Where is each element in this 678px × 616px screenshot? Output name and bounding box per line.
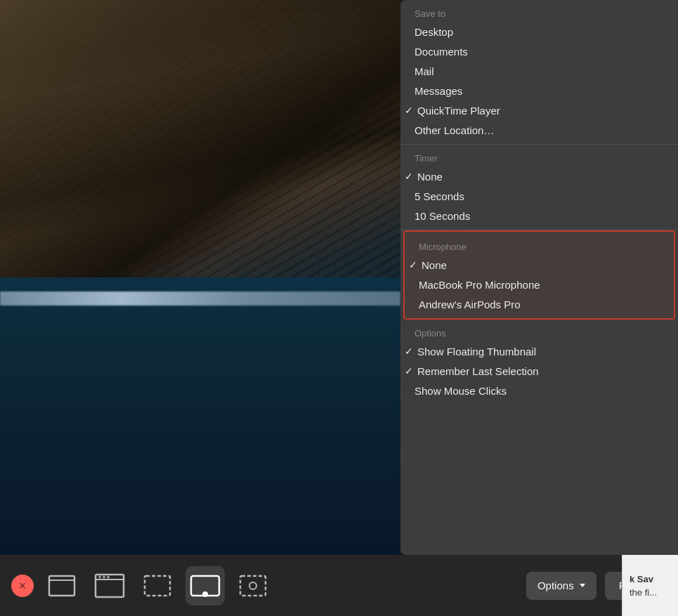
svg-point-6 bbox=[107, 575, 110, 578]
capture-screen-record-btn[interactable] bbox=[185, 566, 225, 605]
save-to-messages[interactable]: Messages bbox=[400, 81, 678, 100]
capture-region-btn[interactable] bbox=[138, 566, 177, 605]
microphone-macbook[interactable]: MacBook Pro Microphone bbox=[405, 275, 674, 294]
partial-save-text: k Sav bbox=[630, 574, 671, 584]
svg-point-4 bbox=[98, 575, 101, 578]
checkmark-icon: ✓ bbox=[405, 365, 413, 376]
svg-point-11 bbox=[249, 582, 256, 589]
capture-window-titlebar-btn[interactable] bbox=[90, 566, 129, 605]
option-remember-selection[interactable]: ✓ Remember Last Selection bbox=[400, 361, 678, 381]
save-to-documents[interactable]: Documents bbox=[400, 41, 678, 61]
dropdown-menu: Save to Desktop Documents Mail Messages … bbox=[400, 0, 678, 555]
save-to-quicktime[interactable]: ✓ QuickTime Player bbox=[400, 100, 678, 120]
options-button[interactable]: Options bbox=[526, 572, 596, 600]
save-to-mail[interactable]: Mail bbox=[400, 61, 678, 81]
microphone-airpods[interactable]: Andrew's AirPods Pro bbox=[405, 294, 674, 314]
close-button[interactable] bbox=[11, 575, 34, 597]
checkmark-icon: ✓ bbox=[405, 346, 413, 357]
svg-rect-0 bbox=[49, 576, 74, 596]
chevron-down-icon bbox=[580, 584, 585, 587]
save-to-other[interactable]: Other Location… bbox=[400, 120, 678, 140]
timer-header: Timer bbox=[400, 149, 678, 166]
option-show-thumbnail[interactable]: ✓ Show Floating Thumbnail bbox=[400, 341, 678, 361]
svg-rect-7 bbox=[145, 576, 170, 596]
timer-5sec[interactable]: 5 Seconds bbox=[400, 186, 678, 206]
checkmark-icon: ✓ bbox=[405, 105, 413, 116]
microphone-none[interactable]: ✓ None bbox=[405, 255, 674, 275]
microphone-header: Microphone bbox=[405, 236, 674, 255]
checkmark-icon: ✓ bbox=[409, 259, 417, 270]
toolbar-left bbox=[11, 566, 526, 605]
option-show-mouse-clicks[interactable]: Show Mouse Clicks bbox=[400, 381, 678, 400]
microphone-section: Microphone ✓ None MacBook Pro Microphone… bbox=[403, 230, 675, 320]
svg-point-9 bbox=[202, 591, 208, 597]
svg-rect-10 bbox=[240, 576, 266, 596]
timer-section: Timer ✓ None 5 Seconds 10 Seconds bbox=[400, 145, 678, 230]
save-to-header: Save to bbox=[400, 4, 678, 22]
capture-window-btn[interactable] bbox=[42, 566, 82, 605]
bottom-right-partial: k Sav the fi... bbox=[622, 555, 678, 616]
svg-point-5 bbox=[103, 575, 105, 578]
background-photo bbox=[0, 0, 400, 555]
checkmark-icon: ✓ bbox=[405, 171, 413, 182]
options-section: Options ✓ Show Floating Thumbnail ✓ Reme… bbox=[400, 320, 678, 405]
timer-10sec[interactable]: 10 Seconds bbox=[400, 206, 678, 225]
timer-none[interactable]: ✓ None bbox=[400, 166, 678, 186]
partial-file-text: the fi... bbox=[630, 587, 671, 598]
toolbar: Options Record k Sav the fi... bbox=[0, 555, 678, 616]
capture-region-record-btn[interactable] bbox=[233, 566, 273, 605]
save-to-section: Save to Desktop Documents Mail Messages … bbox=[400, 0, 678, 145]
save-to-desktop[interactable]: Desktop bbox=[400, 22, 678, 41]
options-header: Options bbox=[400, 324, 678, 341]
